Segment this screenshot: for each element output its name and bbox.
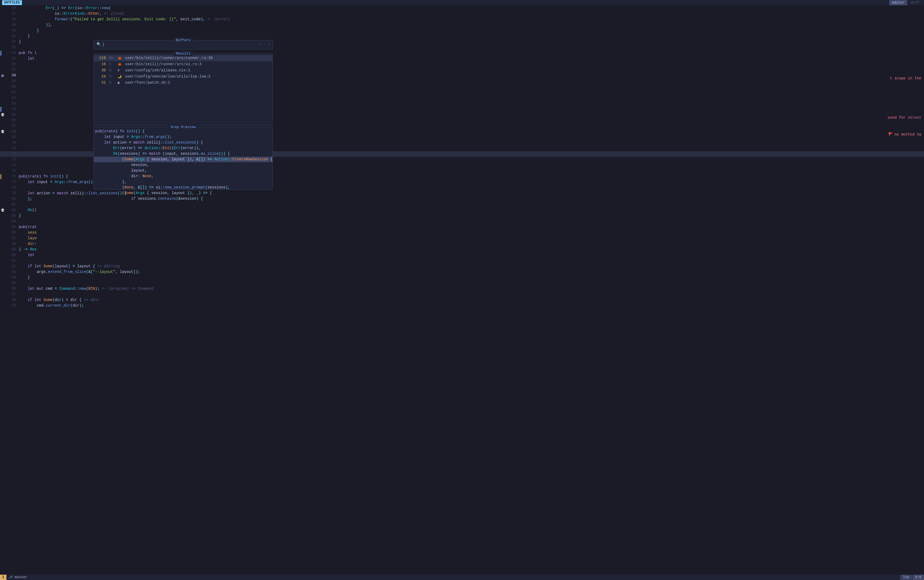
code-line[interactable]: 97 — [0, 292, 924, 297]
result-count: 16 — [97, 61, 106, 67]
line-number: 91 — [5, 258, 19, 264]
code-content[interactable]: format!("Failed to get Zellij sessions. … — [19, 16, 924, 22]
code-content[interactable]: Err(_) => Err(io::Error::new( — [19, 5, 924, 11]
code-line[interactable]: 49 )), — [0, 22, 924, 28]
tab-bar: editordiff — [889, 0, 922, 5]
line-number: 96 — [5, 286, 19, 292]
result-item[interactable]: 24h🌙user/config/neovim/lua/utils/lsp.lua… — [94, 74, 272, 80]
line-number: 94 — [5, 275, 19, 280]
code-line[interactable]: 51 } — [0, 33, 924, 39]
result-indicator: h — [109, 74, 114, 79]
code-line[interactable]: 83} — [0, 213, 924, 219]
filetype-icon: 🌙 — [118, 74, 122, 79]
code-content[interactable]: )), — [19, 22, 924, 28]
diagnostic-text: ound for struct — [888, 115, 921, 120]
code-line[interactable]: 85pub(crat — [0, 224, 924, 230]
code-line[interactable]: 96 let mut cmd = Command::new(BIN); <- (… — [0, 286, 924, 292]
preview-line: let action = match zellij::list_sessions… — [94, 140, 272, 145]
line-number: 80 — [5, 196, 19, 202]
code-content[interactable]: args.extend_from_slice(&["--layout", lay… — [19, 269, 924, 275]
text-cursor — [103, 43, 104, 47]
code-line[interactable]: 93 args.extend_from_slice(&["--layout", … — [0, 269, 924, 275]
buffers-picker[interactable]: Buffers 🔍 5 / 5 — [94, 40, 273, 49]
code-line[interactable]: 94 } — [0, 275, 924, 280]
line-number: 68 — [5, 129, 19, 134]
code-content[interactable]: } — [19, 213, 924, 219]
filetype-icon: 🦀 — [118, 56, 122, 61]
git-branch-icon: ⎇ — [8, 575, 13, 580]
error-icon: 💀 — [1, 113, 5, 117]
code-line[interactable]: 89) -> Res — [0, 247, 924, 252]
line-number: 90 — [5, 252, 19, 258]
line-number: 66 — [5, 118, 19, 123]
sign-column — [0, 174, 5, 179]
code-line[interactable]: 95 — [0, 280, 924, 286]
error-icon: 💀 — [1, 130, 5, 133]
code-line[interactable]: 50 } — [0, 28, 924, 33]
code-line[interactable]: 81 — [0, 202, 924, 208]
code-content[interactable]: layo — [19, 236, 924, 241]
search-icon: 🔍 — [97, 42, 101, 47]
flag-icon: 🚩 — [888, 132, 892, 137]
code-content[interactable]: sess — [19, 230, 924, 236]
line-number: 84 — [5, 219, 19, 224]
preview-line: let input = Args::from_args(); — [94, 134, 272, 140]
code-line[interactable]: 92 if let Some(layout) = layout { => &St… — [0, 264, 924, 269]
topbar: DOTFILES editordiff — [0, 0, 924, 5]
code-line[interactable]: 💀82 Ok(l — [0, 208, 924, 213]
code-content[interactable]: if let Some(dir) = dir { => &Dir — [19, 297, 924, 303]
code-content[interactable]: dir: — [19, 241, 924, 247]
code-line[interactable]: 48 format!("Failed to get Zellij session… — [0, 16, 924, 22]
code-line[interactable]: 84 — [0, 219, 924, 224]
code-content[interactable]: let — [19, 252, 924, 258]
code-content[interactable]: ) -> Res — [19, 247, 924, 252]
code-line[interactable]: 87 layo — [0, 236, 924, 241]
tab-editor[interactable]: editor — [889, 0, 907, 5]
code-line[interactable]: 98 if let Some(dir) = dir { => &Dir — [0, 297, 924, 303]
code-line[interactable]: 99 cmd.current_dir(dir); — [0, 303, 924, 308]
code-content[interactable]: pub(crat — [19, 224, 924, 230]
picker-counter: 5 / 5 — [259, 42, 270, 47]
result-item[interactable]: 16h🦀user/bin/zellij/runner/src/ui.rs:3 — [94, 61, 272, 68]
result-count: 116 — [97, 55, 106, 61]
code-line[interactable]: 86 sess — [0, 230, 924, 236]
line-number: 62 — [5, 95, 19, 101]
scroll-position: Top — [900, 575, 912, 580]
sign-column: ▶ — [0, 73, 5, 78]
code-content[interactable]: } — [19, 28, 924, 33]
line-number: 47 — [5, 11, 19, 16]
line-number: 99 — [5, 303, 19, 308]
line-number: 95 — [5, 280, 19, 286]
result-item[interactable]: 30h❄user/config/zsh/aliases.nix:1 — [94, 68, 272, 74]
preview-line: (Some(Args { session, layout }), _) => { — [94, 190, 272, 196]
code-content[interactable]: io::ErrorKind::Other, <- (kind) — [19, 11, 924, 16]
line-number: 81 — [5, 202, 19, 208]
code-content[interactable]: } — [19, 275, 924, 280]
code-line[interactable]: 88 dir: — [0, 241, 924, 247]
tab-diff[interactable]: diff — [908, 0, 922, 5]
result-item[interactable]: 31h▣user/font/patch.sh:1 — [94, 80, 272, 86]
error-icon: 💀 — [1, 209, 5, 212]
code-content[interactable]: cmd.current_dir(dir); — [19, 303, 924, 308]
code-content[interactable]: Ok(l — [19, 208, 924, 213]
sign-column — [0, 107, 5, 112]
line-number: 63 — [5, 101, 19, 106]
code-content[interactable]: let mut cmd = Command::new(BIN); <- (pro… — [19, 286, 924, 292]
code-content[interactable]: } — [19, 33, 924, 39]
code-line[interactable]: 90 let — [0, 252, 924, 258]
line-number: 67 — [5, 123, 19, 129]
result-indicator: h — [109, 61, 114, 67]
line-number: 85 — [5, 224, 19, 230]
code-line[interactable]: 46 Err(_) => Err(io::Error::new( — [0, 5, 924, 11]
code-line[interactable]: 91 — [0, 258, 924, 264]
preview-line: session, — [94, 162, 272, 168]
preview-line: Ok(sessions) => match (input, sessions.a… — [94, 151, 272, 157]
editor-main: 46 Err(_) => Err(io::Error::new(47 io::E… — [0, 5, 924, 575]
preview-line: (None, &[]) => ui::new_session_prompt(se… — [94, 185, 272, 190]
line-number: 73 — [5, 157, 19, 163]
line-number: 51 — [5, 33, 19, 39]
result-path: user/font/patch.sh:1 — [125, 80, 170, 86]
line-number: 54 — [5, 50, 19, 56]
code-content[interactable]: if let Some(layout) = layout { => &Strin… — [19, 264, 924, 269]
code-line[interactable]: 47 io::ErrorKind::Other, <- (kind) — [0, 11, 924, 16]
